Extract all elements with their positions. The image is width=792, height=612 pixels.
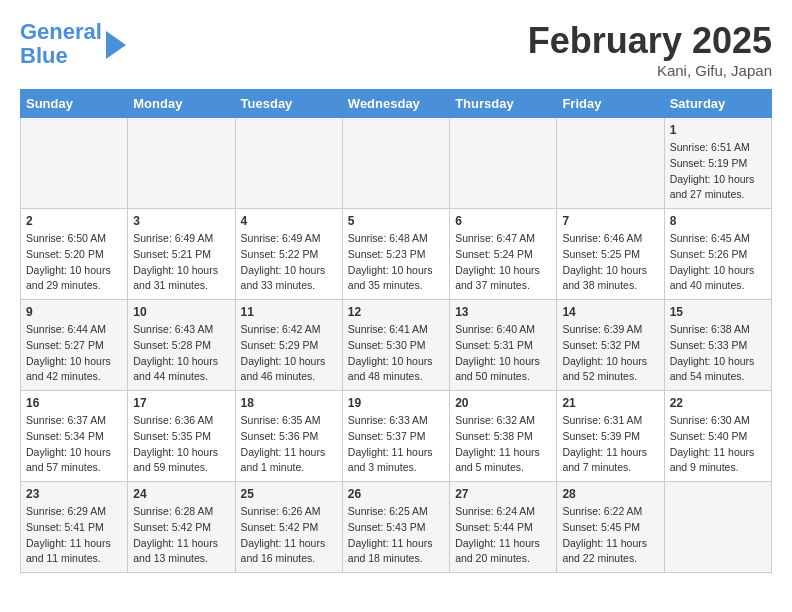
calendar-cell — [128, 118, 235, 209]
calendar-cell: 3Sunrise: 6:49 AM Sunset: 5:21 PM Daylig… — [128, 209, 235, 300]
logo-arrow-icon — [106, 31, 126, 59]
day-info: Sunrise: 6:51 AM Sunset: 5:19 PM Dayligh… — [670, 140, 766, 203]
calendar-cell: 5Sunrise: 6:48 AM Sunset: 5:23 PM Daylig… — [342, 209, 449, 300]
day-number: 15 — [670, 305, 766, 319]
day-number: 2 — [26, 214, 122, 228]
day-info: Sunrise: 6:50 AM Sunset: 5:20 PM Dayligh… — [26, 231, 122, 294]
calendar-cell: 18Sunrise: 6:35 AM Sunset: 5:36 PM Dayli… — [235, 391, 342, 482]
calendar-week-row: 16Sunrise: 6:37 AM Sunset: 5:34 PM Dayli… — [21, 391, 772, 482]
calendar-cell: 11Sunrise: 6:42 AM Sunset: 5:29 PM Dayli… — [235, 300, 342, 391]
weekday-header-saturday: Saturday — [664, 90, 771, 118]
logo: General Blue — [20, 20, 126, 68]
calendar-cell — [21, 118, 128, 209]
month-title: February 2025 — [528, 20, 772, 62]
day-info: Sunrise: 6:38 AM Sunset: 5:33 PM Dayligh… — [670, 322, 766, 385]
day-number: 8 — [670, 214, 766, 228]
day-number: 28 — [562, 487, 658, 501]
day-number: 16 — [26, 396, 122, 410]
calendar-cell: 16Sunrise: 6:37 AM Sunset: 5:34 PM Dayli… — [21, 391, 128, 482]
day-info: Sunrise: 6:46 AM Sunset: 5:25 PM Dayligh… — [562, 231, 658, 294]
day-number: 21 — [562, 396, 658, 410]
calendar-cell — [557, 118, 664, 209]
calendar-cell: 13Sunrise: 6:40 AM Sunset: 5:31 PM Dayli… — [450, 300, 557, 391]
day-info: Sunrise: 6:48 AM Sunset: 5:23 PM Dayligh… — [348, 231, 444, 294]
calendar-header: SundayMondayTuesdayWednesdayThursdayFrid… — [21, 90, 772, 118]
calendar-cell: 21Sunrise: 6:31 AM Sunset: 5:39 PM Dayli… — [557, 391, 664, 482]
calendar-cell: 28Sunrise: 6:22 AM Sunset: 5:45 PM Dayli… — [557, 482, 664, 573]
day-info: Sunrise: 6:43 AM Sunset: 5:28 PM Dayligh… — [133, 322, 229, 385]
day-number: 19 — [348, 396, 444, 410]
day-number: 10 — [133, 305, 229, 319]
day-info: Sunrise: 6:45 AM Sunset: 5:26 PM Dayligh… — [670, 231, 766, 294]
day-info: Sunrise: 6:42 AM Sunset: 5:29 PM Dayligh… — [241, 322, 337, 385]
day-info: Sunrise: 6:22 AM Sunset: 5:45 PM Dayligh… — [562, 504, 658, 567]
day-info: Sunrise: 6:39 AM Sunset: 5:32 PM Dayligh… — [562, 322, 658, 385]
day-number: 24 — [133, 487, 229, 501]
calendar-cell — [235, 118, 342, 209]
calendar-body: 1Sunrise: 6:51 AM Sunset: 5:19 PM Daylig… — [21, 118, 772, 573]
day-info: Sunrise: 6:31 AM Sunset: 5:39 PM Dayligh… — [562, 413, 658, 476]
day-number: 27 — [455, 487, 551, 501]
day-info: Sunrise: 6:49 AM Sunset: 5:22 PM Dayligh… — [241, 231, 337, 294]
calendar-cell: 6Sunrise: 6:47 AM Sunset: 5:24 PM Daylig… — [450, 209, 557, 300]
calendar-cell: 24Sunrise: 6:28 AM Sunset: 5:42 PM Dayli… — [128, 482, 235, 573]
logo-text: General Blue — [20, 20, 102, 68]
calendar-cell: 9Sunrise: 6:44 AM Sunset: 5:27 PM Daylig… — [21, 300, 128, 391]
day-info: Sunrise: 6:30 AM Sunset: 5:40 PM Dayligh… — [670, 413, 766, 476]
day-info: Sunrise: 6:41 AM Sunset: 5:30 PM Dayligh… — [348, 322, 444, 385]
calendar-cell — [664, 482, 771, 573]
weekday-header-thursday: Thursday — [450, 90, 557, 118]
calendar-cell: 2Sunrise: 6:50 AM Sunset: 5:20 PM Daylig… — [21, 209, 128, 300]
calendar-table: SundayMondayTuesdayWednesdayThursdayFrid… — [20, 89, 772, 573]
day-number: 4 — [241, 214, 337, 228]
day-info: Sunrise: 6:29 AM Sunset: 5:41 PM Dayligh… — [26, 504, 122, 567]
day-info: Sunrise: 6:37 AM Sunset: 5:34 PM Dayligh… — [26, 413, 122, 476]
day-number: 22 — [670, 396, 766, 410]
calendar-cell: 12Sunrise: 6:41 AM Sunset: 5:30 PM Dayli… — [342, 300, 449, 391]
weekday-header-tuesday: Tuesday — [235, 90, 342, 118]
calendar-cell: 15Sunrise: 6:38 AM Sunset: 5:33 PM Dayli… — [664, 300, 771, 391]
day-info: Sunrise: 6:44 AM Sunset: 5:27 PM Dayligh… — [26, 322, 122, 385]
day-info: Sunrise: 6:24 AM Sunset: 5:44 PM Dayligh… — [455, 504, 551, 567]
day-info: Sunrise: 6:49 AM Sunset: 5:21 PM Dayligh… — [133, 231, 229, 294]
calendar-cell: 8Sunrise: 6:45 AM Sunset: 5:26 PM Daylig… — [664, 209, 771, 300]
calendar-cell: 17Sunrise: 6:36 AM Sunset: 5:35 PM Dayli… — [128, 391, 235, 482]
weekday-header-friday: Friday — [557, 90, 664, 118]
day-number: 18 — [241, 396, 337, 410]
day-number: 23 — [26, 487, 122, 501]
day-number: 3 — [133, 214, 229, 228]
calendar-cell: 23Sunrise: 6:29 AM Sunset: 5:41 PM Dayli… — [21, 482, 128, 573]
calendar-cell: 27Sunrise: 6:24 AM Sunset: 5:44 PM Dayli… — [450, 482, 557, 573]
day-info: Sunrise: 6:26 AM Sunset: 5:42 PM Dayligh… — [241, 504, 337, 567]
day-number: 25 — [241, 487, 337, 501]
weekday-header-sunday: Sunday — [21, 90, 128, 118]
day-number: 26 — [348, 487, 444, 501]
day-info: Sunrise: 6:28 AM Sunset: 5:42 PM Dayligh… — [133, 504, 229, 567]
weekday-header-wednesday: Wednesday — [342, 90, 449, 118]
calendar-week-row: 1Sunrise: 6:51 AM Sunset: 5:19 PM Daylig… — [21, 118, 772, 209]
day-info: Sunrise: 6:35 AM Sunset: 5:36 PM Dayligh… — [241, 413, 337, 476]
day-number: 5 — [348, 214, 444, 228]
day-number: 20 — [455, 396, 551, 410]
location: Kani, Gifu, Japan — [528, 62, 772, 79]
calendar-cell — [450, 118, 557, 209]
day-number: 11 — [241, 305, 337, 319]
page-header: General Blue February 2025 Kani, Gifu, J… — [20, 20, 772, 79]
weekday-header-row: SundayMondayTuesdayWednesdayThursdayFrid… — [21, 90, 772, 118]
day-info: Sunrise: 6:32 AM Sunset: 5:38 PM Dayligh… — [455, 413, 551, 476]
calendar-cell — [342, 118, 449, 209]
day-number: 1 — [670, 123, 766, 137]
title-block: February 2025 Kani, Gifu, Japan — [528, 20, 772, 79]
calendar-week-row: 9Sunrise: 6:44 AM Sunset: 5:27 PM Daylig… — [21, 300, 772, 391]
day-number: 6 — [455, 214, 551, 228]
day-number: 12 — [348, 305, 444, 319]
day-number: 17 — [133, 396, 229, 410]
day-info: Sunrise: 6:36 AM Sunset: 5:35 PM Dayligh… — [133, 413, 229, 476]
day-number: 9 — [26, 305, 122, 319]
calendar-week-row: 23Sunrise: 6:29 AM Sunset: 5:41 PM Dayli… — [21, 482, 772, 573]
day-number: 7 — [562, 214, 658, 228]
day-info: Sunrise: 6:33 AM Sunset: 5:37 PM Dayligh… — [348, 413, 444, 476]
day-info: Sunrise: 6:25 AM Sunset: 5:43 PM Dayligh… — [348, 504, 444, 567]
logo-general: General — [20, 19, 102, 44]
calendar-week-row: 2Sunrise: 6:50 AM Sunset: 5:20 PM Daylig… — [21, 209, 772, 300]
